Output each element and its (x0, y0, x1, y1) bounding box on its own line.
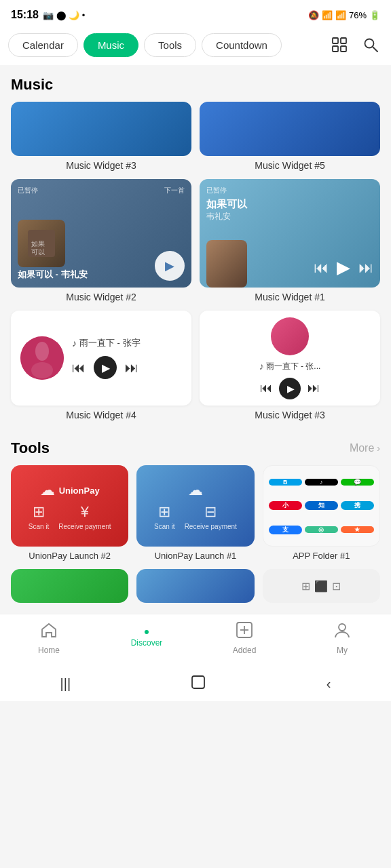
widget2-album-art: 如果 可以 (18, 220, 65, 267)
music-widget-1-label: Music Widget #1 (200, 292, 380, 302)
music-widget-2-card[interactable]: 已暂停 下一首 如果可以 - 韦礼安 如果 可以 ▶ (11, 179, 191, 288)
tab-home-label: Home (38, 646, 60, 655)
svg-rect-2 (333, 46, 338, 52)
music-widget-2-label: Music Widget #2 (11, 292, 191, 302)
tool-item-unionpay1[interactable]: ☁ ⊞ Scan it ⊟ Receive payment UnionPay L… (136, 465, 254, 561)
widget2-next: 下一首 (164, 186, 185, 195)
widget2-play-button[interactable]: ▶ (155, 251, 185, 281)
widget1-prev-button[interactable]: ⏮ (314, 259, 329, 277)
widget3-play-button[interactable]: ▶ (279, 378, 301, 399)
partial-widget-green[interactable] (11, 569, 128, 603)
widget3-prev-button[interactable]: ⏮ (260, 381, 272, 395)
android-menu-button[interactable]: ||| (60, 676, 71, 692)
android-back-button[interactable]: ‹ (327, 676, 331, 692)
music-widget-3-banner (11, 102, 191, 156)
partial-widget-blue[interactable] (136, 569, 254, 603)
nav-pill-music[interactable]: Music (83, 33, 138, 57)
music-widget-1-item[interactable]: 已暂停 如果可以 韦礼安 ⏮ ▶ ⏭ Music Widget #1 (200, 179, 380, 302)
widget4-controls: ⏮ ▶ ⏭ (72, 356, 182, 379)
nav-pill-calendar[interactable]: Calendar (8, 33, 78, 57)
scanit-label: Scan it (29, 523, 50, 530)
unionpay2-name: UnionPay (59, 486, 100, 496)
tools-section-title: Tools (11, 439, 50, 457)
music-note-icon2: ♪ (259, 361, 264, 372)
tab-my-label: My (337, 646, 348, 655)
main-scroll: Music Music Widget #3 Music Widget #5 已暂… (0, 65, 391, 614)
scan-icon: ⊞ (33, 503, 45, 521)
tool-item-unionpay2[interactable]: ☁ UnionPay ⊞ Scan it ¥ Receive payment (11, 465, 128, 561)
bottom-nav: Home Discover Added My (0, 614, 391, 666)
music-widget-3-small-label: Music Widget #3 (200, 410, 380, 420)
widget1-song-name: 如果可以 (206, 198, 373, 211)
app-tiktok-icon: ♪ (305, 479, 338, 486)
partial-icon2: ⬛ (314, 580, 328, 593)
widget1-artist: 韦礼安 (206, 211, 373, 222)
app-wechat-icon: 💬 (341, 479, 374, 486)
music-widget-3-small-card[interactable]: ♪ 雨一直下 - 张... ⏮ ▶ ⏭ (200, 311, 380, 406)
app-zhihu-icon: 知 (305, 501, 338, 510)
widget4-play-button[interactable]: ▶ (94, 356, 117, 379)
widget4-avatar (20, 336, 64, 380)
widget1-next-button[interactable]: ⏭ (358, 259, 373, 277)
tool-label-unionpay2: UnionPay Launch #2 (11, 551, 128, 561)
search-icon-button[interactable] (358, 33, 383, 57)
app-alipay-icon: 支 (269, 526, 302, 534)
home-icon (40, 621, 58, 643)
widget3-avatar (271, 317, 309, 355)
svg-point-10 (35, 342, 49, 361)
tools-header: Tools More › (11, 429, 380, 465)
app-redbook-icon: 小 (269, 501, 302, 510)
widget2-status: 已暂停 (18, 186, 38, 195)
tab-added[interactable]: Added (224, 621, 265, 655)
wifi-icon: 📶 (322, 10, 333, 20)
tool-widget-unionpay1: ☁ ⊞ Scan it ⊟ Receive payment (136, 465, 254, 547)
tab-my[interactable]: My (322, 621, 362, 655)
widget3-next-button[interactable]: ⏭ (308, 381, 320, 395)
tab-discover-label: Discover (131, 638, 163, 648)
widget2-header: 已暂停 下一首 (18, 186, 185, 195)
top-nav: Calendar Music Tools Countdown (0, 27, 391, 65)
widget1-play-button[interactable]: ▶ (337, 257, 350, 278)
nav-pill-countdown[interactable]: Countdown (202, 33, 282, 57)
status-time: 15:18 (11, 9, 39, 21)
nav-icons (327, 33, 383, 57)
music-bottom-row: ♪ 雨一直下 - 张宇 ⏮ ▶ ⏭ Music Widget #4 (11, 311, 380, 420)
tab-discover[interactable]: Discover (126, 629, 167, 648)
music-widget-3-small-item: ♪ 雨一直下 - 张... ⏮ ▶ ⏭ Music Widget #3 (200, 311, 380, 420)
android-home-button[interactable] (191, 675, 206, 693)
unionpay1-icon: ☁ (188, 481, 203, 499)
widget3-song: ♪ 雨一直下 - 张... (259, 361, 321, 372)
widget3-controls: ⏮ ▶ ⏭ (260, 378, 320, 399)
tab-home[interactable]: Home (29, 621, 69, 655)
widget4-prev-button[interactable]: ⏮ (72, 360, 86, 376)
battery-label: 76% (349, 10, 367, 20)
music-top-row: Music Widget #3 Music Widget #5 (11, 102, 380, 171)
app-8-icon: ◎ (305, 526, 338, 533)
music-widget-1-card[interactable]: 已暂停 如果可以 韦礼安 ⏮ ▶ ⏭ (200, 179, 380, 288)
music-widget-5-banner-item[interactable]: Music Widget #5 (200, 102, 380, 171)
receivepay-label: Receive payment (58, 523, 111, 530)
music-widget-2-item[interactable]: 已暂停 下一首 如果可以 - 韦礼安 如果 可以 ▶ Music Widget … (11, 179, 191, 302)
music-widget-3-banner-item[interactable]: Music Widget #3 (11, 102, 191, 171)
svg-rect-16 (192, 676, 204, 688)
receivepay1-label: Receive payment (185, 523, 237, 530)
svg-text:如果: 如果 (31, 240, 45, 248)
play-icon3: ▶ (287, 383, 295, 394)
tool-widget-unionpay2: ☁ UnionPay ⊞ Scan it ¥ Receive payment (11, 465, 128, 547)
partial-icon3: ⊡ (332, 580, 341, 593)
music-note-icon: ♪ (72, 338, 77, 349)
tool-item-folder[interactable]: B ♪ 💬 小 知 携 支 ◎ ★ APP Folder #1 (263, 465, 380, 561)
unionpay2-logo: ☁ UnionPay (40, 481, 100, 499)
svg-line-5 (373, 47, 377, 52)
more-button[interactable]: More › (350, 442, 380, 454)
chevron-right-icon: › (377, 443, 380, 454)
receive1-icon: ⊟ (204, 503, 217, 521)
partial-widget-gray[interactable]: ⊞ ⬛ ⊡ (263, 569, 380, 603)
scanit1-item: ⊞ Scan it (154, 503, 175, 530)
tools-grid: ☁ UnionPay ⊞ Scan it ¥ Receive payment (11, 465, 380, 561)
nav-pill-tools[interactable]: Tools (144, 33, 196, 57)
grid-icon-button[interactable] (327, 33, 352, 57)
music-widget-4-card[interactable]: ♪ 雨一直下 - 张宇 ⏮ ▶ ⏭ (11, 311, 191, 406)
widget4-next-button[interactable]: ⏭ (125, 360, 138, 376)
svg-point-15 (339, 624, 346, 631)
